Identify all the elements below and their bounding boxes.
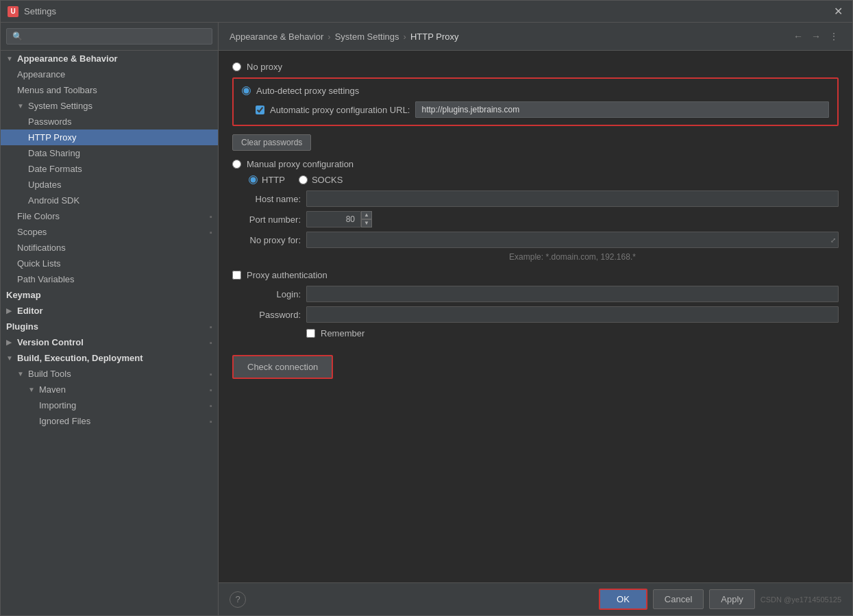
sidebar-item-path-variables[interactable]: Path Variables	[1, 271, 218, 287]
sidebar-item-plugins[interactable]: Plugins ▪	[1, 319, 218, 334]
sidebar-item-build-execution-deployment[interactable]: ▼ Build, Execution, Deployment	[1, 350, 218, 366]
sidebar-item-maven[interactable]: ▼ Maven ▪	[1, 382, 218, 397]
sidebar-item-label: Notifications	[17, 243, 66, 253]
sidebar-item-label: Updates	[28, 180, 61, 190]
breadcrumb: Appearance & Behavior › System Settings …	[230, 32, 459, 42]
plugins-icon: ▪	[210, 323, 212, 331]
file-colors-icon: ▪	[210, 212, 212, 221]
help-button[interactable]: ?	[230, 591, 246, 608]
sidebar-item-notifications[interactable]: Notifications	[1, 240, 218, 256]
sidebar-item-label: Appearance	[17, 69, 65, 79]
search-box	[1, 23, 218, 51]
example-text: Example: *.domain.com, 192.168.*	[306, 252, 839, 262]
port-up-button[interactable]: ▲	[361, 211, 372, 219]
scopes-icon: ▪	[210, 228, 212, 236]
more-button[interactable]: ⋮	[826, 29, 841, 43]
sidebar-item-label: Ignored Files	[39, 416, 90, 426]
breadcrumb-sep1: ›	[327, 32, 330, 42]
build-tools-icon: ▪	[210, 370, 212, 378]
sidebar-item-ignored-files[interactable]: Ignored Files ▪	[1, 413, 218, 429]
remember-label: Remember	[321, 328, 364, 338]
manual-proxy-radio[interactable]	[232, 160, 241, 169]
sidebar-item-appearance-behavior[interactable]: ▼ Appearance & Behavior	[1, 51, 218, 66]
socks-radio[interactable]	[299, 175, 308, 184]
sidebar-item-date-formats[interactable]: Date Formats	[1, 161, 218, 177]
check-connection-button[interactable]: Check connection	[232, 355, 333, 379]
sidebar-item-label: Android SDK	[28, 195, 79, 206]
sidebar-item-label: Maven	[39, 384, 66, 395]
expand-icon[interactable]: ⤢	[830, 236, 836, 244]
login-input[interactable]	[306, 286, 839, 302]
login-label: Login:	[232, 289, 301, 299]
no-proxy-for-wrapper: ⤢	[306, 232, 839, 248]
right-panel: Appearance & Behavior › System Settings …	[219, 23, 852, 615]
sidebar-item-label: Appearance & Behavior	[17, 53, 118, 64]
proxy-auth-label: Proxy authentication	[247, 270, 327, 280]
sidebar-item-updates[interactable]: Updates	[1, 177, 218, 193]
sidebar-item-appearance[interactable]: Appearance	[1, 66, 218, 82]
breadcrumb-bar: Appearance & Behavior › System Settings …	[219, 23, 852, 51]
proxy-auth-checkbox[interactable]	[232, 271, 241, 280]
expand-arrow: ▼	[6, 354, 14, 362]
apply-button[interactable]: Apply	[709, 589, 755, 609]
port-input[interactable]	[306, 211, 361, 227]
clear-passwords-button[interactable]: Clear passwords	[232, 134, 311, 151]
bottom-actions: OK Cancel Apply	[599, 589, 755, 610]
breadcrumb-part2: System Settings	[335, 32, 399, 42]
sidebar-item-passwords[interactable]: Passwords	[1, 114, 218, 130]
remember-checkbox[interactable]	[306, 329, 315, 338]
host-name-input[interactable]	[306, 190, 839, 207]
breadcrumb-nav: ← → ⋮	[791, 29, 841, 43]
sidebar-item-android-sdk[interactable]: Android SDK	[1, 193, 218, 208]
sidebar-item-file-colors[interactable]: File Colors ▪	[1, 208, 218, 224]
auto-detect-row: Auto-detect proxy settings	[242, 86, 829, 96]
port-down-button[interactable]: ▼	[361, 219, 372, 227]
ignored-files-icon: ▪	[210, 417, 212, 426]
sidebar-item-importing[interactable]: Importing ▪	[1, 397, 218, 413]
expand-arrow: ▼	[17, 102, 25, 110]
auto-config-checkbox[interactable]	[256, 106, 264, 114]
auto-detect-box: Auto-detect proxy settings Automatic pro…	[232, 77, 839, 126]
sidebar-item-data-sharing[interactable]: Data Sharing	[1, 145, 218, 161]
settings-window: U Settings ✕ ▼ Appearance & Behavior App…	[0, 0, 853, 616]
back-button[interactable]: ←	[791, 29, 806, 43]
http-radio[interactable]	[249, 175, 258, 184]
remember-row: Remember	[306, 328, 839, 338]
importing-icon: ▪	[210, 402, 212, 410]
app-icon: U	[8, 6, 18, 17]
sidebar-item-system-settings[interactable]: ▼ System Settings	[1, 98, 218, 114]
sidebar-item-editor[interactable]: ▶ Editor	[1, 303, 218, 319]
http-label: HTTP	[262, 175, 285, 185]
sidebar-item-keymap[interactable]: Keymap	[1, 287, 218, 303]
sidebar-item-label: Build Tools	[28, 369, 71, 379]
breadcrumb-sep2: ›	[404, 32, 406, 42]
no-proxy-for-input[interactable]	[306, 232, 839, 248]
sidebar-item-quick-lists[interactable]: Quick Lists	[1, 256, 218, 271]
ok-button[interactable]: OK	[599, 589, 647, 610]
sidebar-item-build-tools[interactable]: ▼ Build Tools ▪	[1, 366, 218, 382]
breadcrumb-part1: Appearance & Behavior	[230, 32, 323, 42]
search-input[interactable]	[6, 28, 212, 45]
sidebar-item-http-proxy[interactable]: HTTP Proxy	[1, 130, 218, 145]
port-spinner: ▲ ▼	[361, 211, 372, 227]
sidebar-item-label: File Colors	[17, 211, 60, 221]
proxy-url-input[interactable]	[415, 101, 829, 118]
cancel-button[interactable]: Cancel	[653, 589, 704, 609]
vc-icon: ▪	[210, 338, 212, 347]
sidebar-item-label: System Settings	[28, 101, 92, 111]
no-proxy-for-row: No proxy for: ⤢	[232, 232, 839, 248]
password-input[interactable]	[306, 306, 839, 323]
sidebar-item-scopes[interactable]: Scopes ▪	[1, 224, 218, 240]
expand-arrow: ▼	[6, 55, 14, 62]
close-button[interactable]: ✕	[831, 5, 845, 18]
sidebar-item-label: Plugins	[6, 321, 38, 332]
sidebar-item-version-control[interactable]: ▶ Version Control ▪	[1, 334, 218, 350]
no-proxy-label: No proxy	[247, 62, 282, 72]
no-proxy-radio[interactable]	[232, 62, 241, 71]
port-number-label: Port number:	[232, 214, 301, 225]
auto-detect-radio[interactable]	[242, 86, 251, 95]
sidebar-item-label: Importing	[39, 400, 76, 410]
forward-button[interactable]: →	[808, 29, 824, 43]
sidebar-item-label: HTTP Proxy	[28, 132, 77, 143]
sidebar-item-menus-toolbars[interactable]: Menus and Toolbars	[1, 82, 218, 98]
